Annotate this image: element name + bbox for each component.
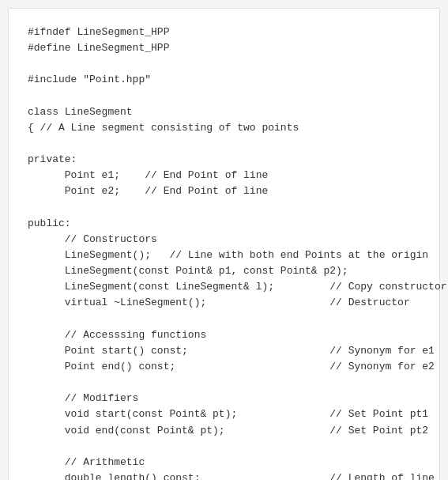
code-line: // Arithmetic bbox=[28, 455, 420, 471]
code-line: private: bbox=[28, 152, 420, 168]
code-block: #ifndef LineSegment_HPP#define LineSegme… bbox=[8, 8, 440, 480]
code-line: #include "Point.hpp" bbox=[28, 72, 420, 88]
code-line bbox=[28, 136, 420, 152]
code-line bbox=[28, 56, 420, 72]
code-line: virtual ~LineSegment(); // Destructor bbox=[28, 295, 420, 311]
code-line: LineSegment(const LineSegment& l); // Co… bbox=[28, 279, 420, 295]
code-line: Point e2; // End Point of line bbox=[28, 183, 420, 199]
code-line bbox=[28, 312, 420, 327]
code-line: void start(const Point& pt); // Set Poin… bbox=[28, 406, 420, 422]
code-line bbox=[28, 375, 420, 391]
code-line: void end(const Point& pt); // Set Point … bbox=[28, 423, 420, 439]
code-line: #ifndef LineSegment_HPP bbox=[28, 25, 420, 40]
code-line bbox=[28, 89, 420, 104]
code-line: LineSegment(const Point& p1, const Point… bbox=[28, 263, 420, 279]
code-line: #define LineSegment_HPP bbox=[28, 40, 420, 56]
code-line: { // A Line segment consisting of two po… bbox=[28, 120, 420, 136]
code-line: public: bbox=[28, 216, 420, 232]
code-line bbox=[28, 200, 420, 216]
code-line: Point e1; // End Point of line bbox=[28, 168, 420, 183]
code-line: // Constructors bbox=[28, 232, 420, 248]
code-line: double length() const; // Length of line bbox=[28, 471, 420, 480]
code-line: Point end() const; // Synonym for e2 bbox=[28, 359, 420, 375]
code-line: class LineSegment bbox=[28, 104, 420, 120]
code-line: // Modifiers bbox=[28, 391, 420, 406]
code-line: LineSegment(); // Line with both end Poi… bbox=[28, 248, 420, 263]
code-line: // Accesssing functions bbox=[28, 327, 420, 343]
code-line: Point start() const; // Synonym for e1 bbox=[28, 343, 420, 359]
code-line bbox=[28, 439, 420, 455]
